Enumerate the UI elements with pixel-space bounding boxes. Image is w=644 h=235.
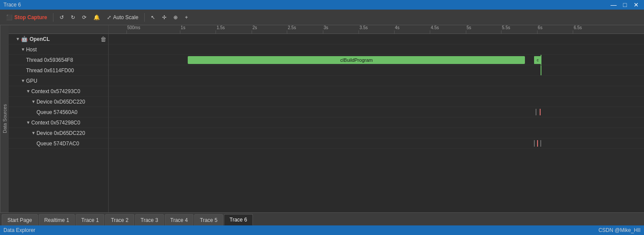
cursor-icon: ↖ xyxy=(151,14,155,20)
auto-scale-icon: ⤢ xyxy=(107,14,111,20)
ruler-tick: 5s xyxy=(466,25,471,34)
tab-trace-3[interactable]: Trace 3 xyxy=(135,214,164,225)
tab-trace-6[interactable]: Trace 6 xyxy=(224,214,252,225)
tree-row-device-1-1[interactable]: ▼ Device 0xD65DC220 xyxy=(9,97,108,107)
queue-1-label: Queue 574560A0 xyxy=(37,109,77,115)
queue-2-label: Queue 574D7AC0 xyxy=(37,141,79,147)
tree-row-context-2[interactable]: ▼ Context 0x574298C0 xyxy=(9,118,108,128)
rows-container: ▼ 🤖 OpenCL 🗑 ▼ Host Thread 0x593654F8 Th… xyxy=(9,34,644,212)
cl-build-program-bar[interactable]: clBuildProgram xyxy=(188,56,525,64)
gpu-label: GPU xyxy=(26,78,37,84)
queue1-marker-2 xyxy=(540,109,541,115)
green-marker-1 xyxy=(541,55,541,65)
ruler-row: 500ms1s1.5s2s2.5s3s3.5s4s4.5s5s5.5s6s6.5… xyxy=(9,25,644,34)
tree-row-thread-2[interactable]: Thread 0x6114FD00 xyxy=(9,65,108,76)
loop-btn-1[interactable]: ↺ xyxy=(57,13,66,22)
tab-start-page[interactable]: Start Page xyxy=(2,214,38,225)
loop-btn-2[interactable]: ↻ xyxy=(68,13,78,22)
queue1-marker-1 xyxy=(536,109,536,115)
green-marker-2 xyxy=(541,65,541,75)
search-tool-button[interactable]: ⊕ xyxy=(171,13,180,22)
tree-row-queue-2[interactable]: Queue 574D7AC0 xyxy=(9,138,108,149)
context-1-label: Context 0x574293C0 xyxy=(31,88,80,94)
expand-opencl-icon[interactable]: ▼ xyxy=(16,37,20,41)
add-button[interactable]: + xyxy=(182,13,190,22)
maximize-button[interactable]: □ xyxy=(621,2,629,8)
trace-row-opencl xyxy=(109,34,644,44)
ruler-tick: 5.5s xyxy=(501,25,510,34)
android-icon: 🤖 xyxy=(21,36,28,42)
thread-2-label: Thread 0x6114FD00 xyxy=(26,67,74,74)
tree-panel: ▼ 🤖 OpenCL 🗑 ▼ Host Thread 0x593654F8 Th… xyxy=(9,34,109,212)
ruler-tick: 3.5s xyxy=(359,25,368,34)
select-tool-button[interactable]: ↖ xyxy=(148,13,158,22)
move-icon: ✢ xyxy=(162,14,166,20)
tab-trace-4[interactable]: Trace 4 xyxy=(165,214,193,225)
toolbar: ⬛ Stop Capture ↺ ↻ ⟳ 🔔 ⤢ Auto Scale ↖ ✢ … xyxy=(0,10,644,25)
ruler-tick: 4s xyxy=(394,25,400,34)
auto-scale-label: Auto Scale xyxy=(113,14,138,20)
trace-row-thread-2 xyxy=(109,65,644,76)
expand-device-2-1-icon[interactable]: ▼ xyxy=(31,131,36,135)
delete-opencl-button[interactable]: 🗑 xyxy=(100,36,106,43)
queue2-marker-2 xyxy=(537,140,538,147)
bell-icon: 🔔 xyxy=(93,14,100,20)
trace-row-thread-1: clBuildProgram c xyxy=(109,55,644,65)
ruler-tick: 1.5s xyxy=(216,25,225,34)
tree-row-device-2-1[interactable]: ▼ Device 0xD65DC220 xyxy=(9,128,108,138)
tab-trace-1[interactable]: Trace 1 xyxy=(76,214,104,225)
small-green-block: c xyxy=(534,56,541,64)
host-label: Host xyxy=(26,47,37,53)
bottom-tabs: Start PageRealtime 1Trace 1Trace 2Trace … xyxy=(0,212,644,225)
trace-row-device-1-1 xyxy=(109,97,644,107)
opencl-label: OpenCL xyxy=(30,36,50,42)
ruler-tick: 3s xyxy=(323,25,329,34)
tab-trace-2[interactable]: Trace 2 xyxy=(105,214,134,225)
tree-row-queue-1[interactable]: Queue 574560A0 xyxy=(9,107,108,118)
minimize-button[interactable]: — xyxy=(609,2,618,8)
close-button[interactable]: ✕ xyxy=(632,2,641,8)
tree-row-host[interactable]: ▼ Host xyxy=(9,44,108,55)
ruler-tick: 500ms xyxy=(126,25,140,34)
ruler-tick: 6.5s xyxy=(573,25,582,34)
bell-btn[interactable]: 🔔 xyxy=(91,13,103,22)
loop-icon-1: ↺ xyxy=(60,14,64,20)
loop-icon-3: ⟳ xyxy=(82,14,86,20)
trace-row-host xyxy=(109,44,644,55)
expand-host-icon[interactable]: ▼ xyxy=(21,47,25,52)
stop-capture-button[interactable]: ⬛ Stop Capture xyxy=(3,13,50,22)
expand-device-1-1-icon[interactable]: ▼ xyxy=(31,99,36,104)
auto-scale-button[interactable]: ⤢ Auto Scale xyxy=(104,13,141,22)
status-left-label: Data Explorer xyxy=(3,227,35,233)
ruler-tick: 2s xyxy=(252,25,257,34)
loop-btn-3[interactable]: ⟳ xyxy=(80,13,89,22)
trace-area[interactable]: clBuildProgram c xyxy=(109,34,644,212)
queue2-marker-1 xyxy=(534,140,534,147)
tree-row-gpu[interactable]: ▼ GPU xyxy=(9,76,108,86)
trace-row-queue-1 xyxy=(109,107,644,118)
title-text: Trace 6 xyxy=(3,2,21,8)
tree-row-thread-1[interactable]: Thread 0x593654F8 xyxy=(9,55,108,65)
tab-realtime-1[interactable]: Realtime 1 xyxy=(39,214,75,225)
main-area: Data Sources 500ms1s1.5s2s2.5s3s3.5s4s4.… xyxy=(0,25,644,212)
trace-row-context-1 xyxy=(109,86,644,97)
tree-row-context-1[interactable]: ▼ Context 0x574293C0 xyxy=(9,86,108,97)
trace-row-gpu xyxy=(109,76,644,86)
expand-context-1-icon[interactable]: ▼ xyxy=(26,89,30,94)
tab-trace-5[interactable]: Trace 5 xyxy=(194,214,223,225)
timeline-ruler: 500ms1s1.5s2s2.5s3s3.5s4s4.5s5s5.5s6s6.5… xyxy=(109,25,644,34)
add-icon: + xyxy=(185,14,188,20)
move-tool-button[interactable]: ✢ xyxy=(159,13,169,22)
status-bar: Data Explorer CSDN @Mike_HII xyxy=(0,225,644,235)
stop-capture-label: Stop Capture xyxy=(14,14,47,20)
expand-gpu-icon[interactable]: ▼ xyxy=(21,78,25,83)
ruler-tick: 4.5s xyxy=(430,25,439,34)
trace-row-device-2-1 xyxy=(109,128,644,138)
toolbar-separator-1 xyxy=(53,13,53,22)
toolbar-separator-2 xyxy=(144,13,145,22)
search-icon: ⊕ xyxy=(173,14,178,20)
tree-row-opencl[interactable]: ▼ 🤖 OpenCL 🗑 xyxy=(9,34,108,44)
loop-icon-2: ↻ xyxy=(71,14,75,20)
expand-context-2-icon[interactable]: ▼ xyxy=(26,120,30,125)
tree-ruler-spacer xyxy=(9,25,109,34)
